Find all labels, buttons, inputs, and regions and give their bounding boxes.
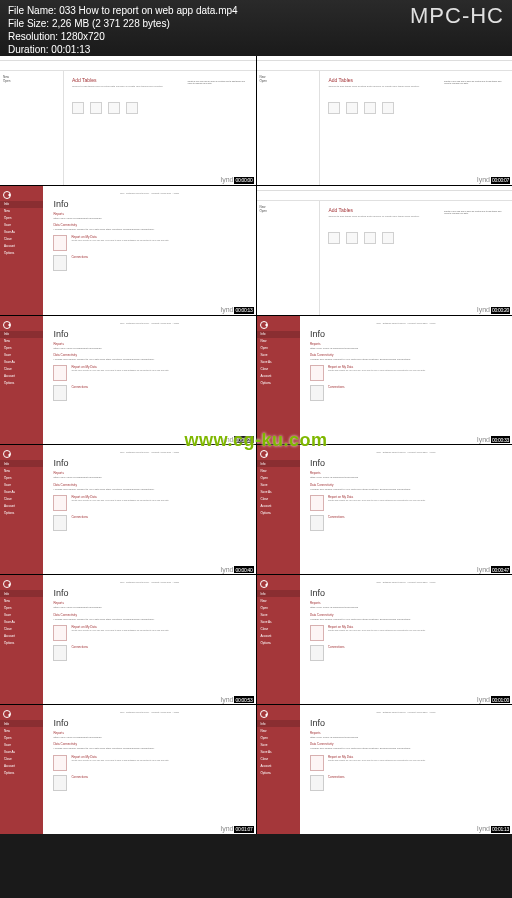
card-text: Create local reports on your web app. Cl…	[328, 369, 426, 371]
template-icon	[382, 102, 394, 114]
connectivity-text: Manage how people connect to your data f…	[53, 358, 245, 361]
reports-label: Reports	[310, 471, 502, 475]
sidebar-item: New	[257, 597, 300, 604]
backstage-sidebar: Info New Open Save Save As Close Account…	[257, 316, 300, 445]
thumbnail[interactable]: Info New Open Save Save As Close Account…	[257, 575, 513, 704]
brand-watermark: lynd00:01:13	[477, 825, 510, 833]
thumbnail[interactable]: Info New Open Save Save As Close Account…	[0, 316, 256, 445]
thumbnail[interactable]: Info New Open Save Save As Close Account…	[0, 445, 256, 574]
reports-label: Reports	[53, 471, 245, 475]
connections-icon	[310, 645, 324, 661]
connectivity-text: Manage how people connect to your data f…	[310, 618, 502, 621]
template-icon	[346, 232, 358, 244]
app-name: MPC-HC	[410, 2, 504, 31]
sidebar-item-account: Account	[0, 243, 43, 250]
sidebar-item: Info	[257, 460, 300, 467]
sidebar-item-save: Save	[0, 222, 43, 229]
info-title: Info	[53, 199, 245, 209]
reports-url: https://roux-com746.sharepoint.com/app/d…	[53, 347, 245, 350]
timecode: 00:00:33	[491, 436, 510, 443]
brand-watermark: lynd00:00:47	[477, 566, 510, 574]
reports-url: https://roux-com746.sharepoint.com/app/d…	[310, 476, 502, 479]
reports-label: Reports	[53, 601, 245, 605]
sidebar-item-info: Info	[0, 331, 43, 338]
thumbnail[interactable]: Info New Open Save Save As Close Account…	[257, 445, 513, 574]
timecode: 00:01:00	[491, 696, 510, 703]
sidebar-item: Options	[257, 509, 300, 516]
sidebar-item-close: Close	[0, 236, 43, 243]
sidebar-item: Options	[257, 769, 300, 776]
thumbnail[interactable]: Info New Open Save Save As Close Account…	[0, 575, 256, 704]
backstage-sidebar: Info New Open Save Save As Close Account…	[257, 705, 300, 834]
thumbnail[interactable]: New Open Add Tables Search to add tables…	[257, 56, 513, 185]
card-title: Connections	[71, 255, 88, 259]
sidebar-item: Close	[0, 495, 43, 502]
connections-card: Connections	[53, 775, 245, 791]
sidebar-item: Options	[0, 380, 43, 387]
info-main: Roux - Database saved to server - Micros…	[43, 186, 255, 315]
connectivity-label: Data Connectivity	[53, 742, 245, 746]
reports-label: Reports	[310, 601, 502, 605]
info-title: Info	[53, 718, 245, 728]
sidebar-item: Save	[0, 481, 43, 488]
sidebar-item: Save As	[0, 359, 43, 366]
card-text: Create local reports on your web app. Cl…	[328, 629, 426, 631]
backstage-sidebar: Info New Open Save Save As Close Account…	[0, 705, 43, 834]
sidebar-item: Save As	[257, 748, 300, 755]
side-description: Create a new web app or open an existing…	[444, 210, 504, 215]
connectivity-label: Data Connectivity	[53, 483, 245, 487]
card-text: Create local reports on your web app. Cl…	[71, 759, 169, 761]
thumbnail[interactable]: Info New Open Save Save As Close Account…	[0, 705, 256, 834]
template-icon	[90, 102, 102, 114]
sidebar-item: Account	[0, 502, 43, 509]
report-card: Report on My DataCreate local reports on…	[53, 365, 245, 381]
thumbnail[interactable]: New Open Add Tables Search to add tables…	[0, 56, 256, 185]
connectivity-text: Manage how people connect to your data f…	[53, 747, 245, 750]
sidebar-item: Save	[257, 611, 300, 618]
reports-url: https://roux-com746.sharepoint.com/app/d…	[53, 217, 245, 220]
thumbnail[interactable]: Info New Open Save Save As Close Account…	[0, 186, 256, 315]
sidebar-item: Open	[257, 604, 300, 611]
card-title: Connections	[71, 645, 88, 649]
thumbnail[interactable]: New Open Add Tables Search to add tables…	[257, 186, 513, 315]
card-title: Connections	[71, 515, 88, 519]
nav-item: Open	[260, 79, 317, 83]
template-icon	[328, 232, 340, 244]
sidebar-item: Save As	[0, 748, 43, 755]
nav-pane: New Open	[257, 71, 321, 185]
timecode: 00:00:20	[491, 307, 510, 314]
report-icon	[310, 755, 324, 771]
thumbnail[interactable]: Info New Open Save Save As Close Account…	[257, 705, 513, 834]
connectivity-text: Manage how people connect to your data f…	[310, 358, 502, 361]
template-row	[328, 232, 504, 244]
thumbnail[interactable]: Info New Open Save Save As Close Account…	[257, 316, 513, 445]
footer-bar	[0, 834, 512, 898]
sidebar-item: Save As	[257, 618, 300, 625]
report-card: Report on My DataCreate local reports on…	[53, 755, 245, 771]
report-card: Report on My Data Create local reports o…	[53, 235, 245, 251]
timecode: 00:00:00	[234, 177, 253, 184]
template-icon	[328, 102, 340, 114]
connections-card: Connections	[53, 645, 245, 661]
sidebar-item: Open	[257, 474, 300, 481]
backstage-sidebar: Info New Open Save Save As Close Account…	[0, 186, 43, 315]
brand-watermark: lynd00:00:53	[221, 696, 254, 704]
sidebar-item: Close	[0, 755, 43, 762]
sidebar-item: Info	[0, 720, 43, 727]
template-icon	[108, 102, 120, 114]
info-title: Info	[53, 329, 245, 339]
sidebar-item: New	[257, 467, 300, 474]
report-icon	[53, 625, 67, 641]
sidebar-item: Account	[257, 373, 300, 380]
sidebar-item: Close	[257, 495, 300, 502]
connectivity-text: Manage how people connect to your data f…	[53, 488, 245, 491]
window-title: Roux - Database saved to server - Micros…	[53, 711, 245, 716]
file-size-label: File Size:	[8, 18, 49, 29]
report-icon	[310, 495, 324, 511]
sidebar-item: Save	[257, 481, 300, 488]
card-title: Connections	[71, 775, 88, 779]
card-text: Create local reports on your web app. Cl…	[71, 629, 169, 631]
connections-card: Connections	[53, 385, 245, 401]
resolution-label: Resolution:	[8, 31, 58, 42]
ribbon	[257, 61, 513, 71]
